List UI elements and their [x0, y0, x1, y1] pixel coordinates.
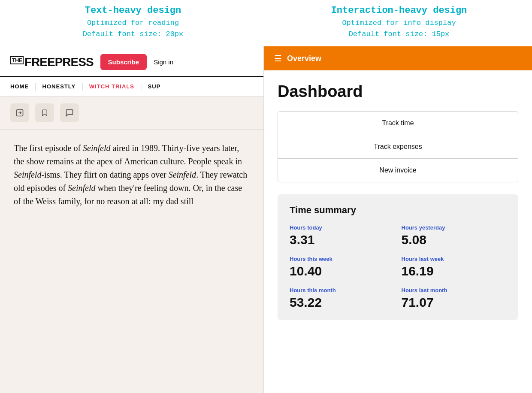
hours-last-month-value: 71.07 [402, 295, 507, 310]
share-icon[interactable] [10, 103, 29, 122]
hours-last-week-value: 16.19 [402, 264, 507, 278]
hours-last-month-label: Hours last month [402, 287, 507, 293]
article-text: The first episode of Seinfeld aired in 1… [14, 142, 250, 208]
subscribe-button[interactable]: Subscribe [100, 54, 147, 70]
left-header-top: THE FREEPRESS Subscribe Sign in [10, 54, 253, 76]
right-panel: ☰ Overview Dashboard Track time Track ex… [264, 46, 532, 393]
track-time-button[interactable]: Track time [278, 112, 518, 135]
hours-this-week-cell: Hours this week 10.40 [290, 256, 395, 278]
top-label-left-line1: Optimized for reading [9, 18, 257, 29]
nav-item-witch-trials[interactable]: WITCH TRIALS [83, 83, 140, 90]
signin-link[interactable]: Sign in [154, 58, 173, 66]
logo: THE FREEPRESS [10, 55, 94, 69]
top-labels-bar: Text-heavy design Optimized for reading … [0, 0, 532, 46]
nav-item-home[interactable]: HOME [10, 83, 35, 90]
hours-this-month-label: Hours this month [290, 287, 395, 293]
left-panel: THE FREEPRESS Subscribe Sign in HOME | H… [0, 46, 264, 393]
track-expenses-button[interactable]: Track expenses [278, 135, 518, 159]
top-label-right-heading: Interaction-heavy design [275, 5, 523, 16]
nav-item-honestly[interactable]: HONESTLY [36, 83, 82, 90]
time-summary-title: Time summary [290, 205, 506, 216]
hours-this-week-value: 10.40 [290, 264, 395, 278]
top-label-right-line1: Optimized for info display [275, 18, 523, 29]
hours-today-value: 3.31 [290, 233, 395, 247]
right-topnav-title: Overview [287, 54, 321, 63]
comment-icon[interactable] [60, 103, 79, 122]
main-content: THE FREEPRESS Subscribe Sign in HOME | H… [0, 46, 532, 393]
hours-today-cell: Hours today 3.31 [290, 224, 395, 247]
hours-yesterday-label: Hours yesterday [402, 224, 507, 231]
hours-today-label: Hours today [290, 224, 395, 231]
top-label-left-line2: Default font size: 20px [9, 29, 257, 40]
new-invoice-button[interactable]: New invoice [278, 159, 518, 182]
hours-last-week-label: Hours last week [402, 256, 507, 262]
hours-yesterday-cell: Hours yesterday 5.08 [402, 224, 507, 247]
time-summary-card: Time summary Hours today 3.31 Hours yest… [278, 194, 518, 320]
hamburger-icon[interactable]: ☰ [274, 53, 282, 63]
top-label-left-heading: Text-heavy design [9, 5, 257, 16]
hours-yesterday-value: 5.08 [402, 233, 507, 247]
action-icons-row [0, 97, 263, 130]
article-body: The first episode of Seinfeld aired in 1… [0, 130, 263, 393]
hours-this-month-cell: Hours this month 53.22 [290, 287, 395, 310]
hours-last-week-cell: Hours last week 16.19 [402, 256, 507, 278]
bookmark-icon[interactable] [35, 103, 54, 122]
hours-this-month-value: 53.22 [290, 295, 395, 310]
left-nav: HOME | HONESTLY | WITCH TRIALS | SUP [0, 77, 263, 97]
hours-this-week-label: Hours this week [290, 256, 395, 262]
top-label-left: Text-heavy design Optimized for reading … [0, 5, 266, 39]
action-buttons: Track time Track expenses New invoice [278, 111, 518, 182]
summary-grid: Hours today 3.31 Hours yesterday 5.08 Ho… [290, 224, 506, 310]
logo-freepress: FREEPRESS [24, 55, 94, 69]
logo-the: THE [10, 56, 24, 64]
left-header: THE FREEPRESS Subscribe Sign in [0, 46, 263, 77]
hours-last-month-cell: Hours last month 71.07 [402, 287, 507, 310]
nav-item-sup[interactable]: SUP [142, 83, 167, 90]
top-label-right-line2: Default font size: 15px [275, 29, 523, 40]
dashboard-content: Dashboard Track time Track expenses New … [264, 70, 532, 393]
dashboard-title: Dashboard [278, 82, 518, 101]
top-label-right: Interaction-heavy design Optimized for i… [266, 5, 532, 39]
right-topnav: ☰ Overview [264, 46, 532, 70]
